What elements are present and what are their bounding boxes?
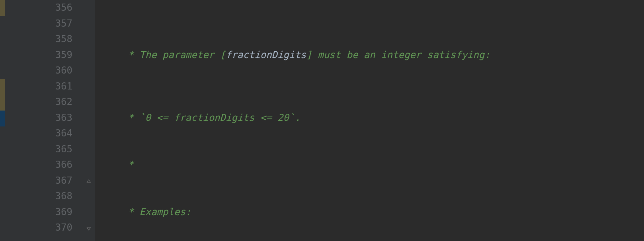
doc-comment: *	[111, 159, 134, 170]
line-number[interactable]: 370	[5, 220, 72, 236]
change-marker[interactable]	[0, 79, 5, 95]
line-number[interactable]: 356	[5, 0, 72, 16]
change-marker[interactable]	[0, 95, 5, 111]
code-line[interactable]: * Examples:	[95, 204, 644, 220]
line-number[interactable]: 365	[5, 142, 72, 157]
line-number[interactable]: 359	[5, 47, 72, 63]
doc-link[interactable]: fractionDigits	[226, 49, 306, 60]
fold-collapse-icon[interactable]	[84, 176, 93, 185]
line-number[interactable]: 368	[5, 189, 72, 204]
fold-gutter	[84, 0, 95, 241]
line-number[interactable]: 367	[5, 173, 72, 189]
line-number[interactable]: 361	[5, 79, 72, 95]
code-line[interactable]: *	[95, 157, 644, 173]
change-marker-bar	[0, 0, 5, 241]
fold-expand-icon[interactable]	[84, 224, 93, 233]
doc-comment: * Examples:	[111, 206, 191, 218]
line-number[interactable]: 362	[5, 94, 72, 110]
code-line[interactable]: * `0 <= fractionDigits <= 20`.	[95, 110, 644, 126]
line-number-gutter[interactable]: 356 357 358 359 360 361 362 363 364 365 …	[5, 0, 84, 241]
line-number[interactable]: 357	[5, 16, 72, 32]
line-number[interactable]: 360	[5, 63, 72, 79]
line-number[interactable]: 369	[5, 204, 72, 220]
doc-comment: * `0 <= fractionDigits <= 20`.	[111, 112, 301, 123]
line-number[interactable]: 364	[5, 126, 72, 142]
change-marker[interactable]	[0, 0, 5, 16]
line-number[interactable]: 363	[5, 110, 72, 126]
line-number[interactable]: 358	[5, 31, 72, 47]
line-number[interactable]: 366	[5, 157, 72, 173]
cursor-marker[interactable]	[0, 111, 5, 126]
doc-comment: * The parameter [fractionDigits] must be…	[111, 49, 490, 60]
code-area[interactable]: * The parameter [fractionDigits] must be…	[95, 0, 644, 241]
code-editor: 356 357 358 359 360 361 362 363 364 365 …	[0, 0, 644, 241]
code-line[interactable]: * The parameter [fractionDigits] must be…	[95, 47, 644, 63]
